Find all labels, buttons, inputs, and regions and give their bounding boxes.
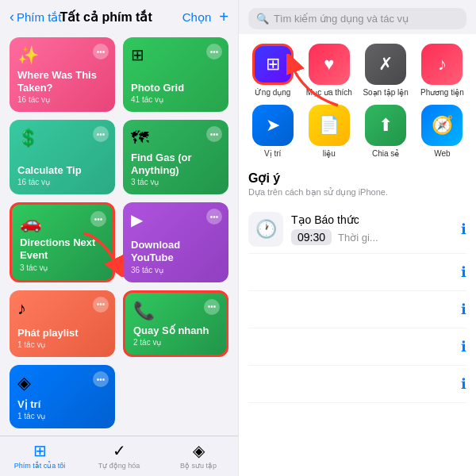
card-more-icon[interactable]: ••• (93, 44, 109, 60)
card-title: Phát playlist (17, 327, 107, 340)
left-panel: ‹ Phím tắt Tất cả phím tắt Chọn + ••• ✨ … (0, 0, 238, 476)
card-subtitle: 41 tác vụ (131, 95, 221, 104)
shortcut-card-directions[interactable]: ••• 🚗 Directions Next Event 3 tác vụ (10, 202, 115, 282)
goi-y-title: Gợi ý (248, 171, 466, 186)
tab-bo-suu-tap-label: Bộ sưu tập (180, 462, 217, 470)
shortcuts-grid: ••• ✨ Where Was This Taken? 16 tác vụ ••… (0, 31, 238, 435)
tab-phim-tat-icon: ⊞ (33, 441, 47, 460)
page-title: Tất cả phím tắt (30, 10, 182, 25)
back-chevron-icon: ‹ (10, 9, 14, 25)
search-icon: 🔍 (256, 13, 269, 25)
card-subtitle: 3 tác vụ (131, 178, 221, 186)
card-more-icon[interactable]: ••• (204, 299, 220, 315)
app-item-vi-tri[interactable]: ➤ Vị trí (248, 105, 297, 158)
app-icon-vi-tri: ➤ (252, 105, 294, 146)
shortcut-card-where-was[interactable]: ••• ✨ Where Was This Taken? 16 tác vụ (10, 37, 115, 112)
card-title: Quay Số nhanh (133, 324, 218, 337)
info-button[interactable]: ℹ (461, 301, 466, 318)
card-subtitle: 16 tác vụ (17, 95, 107, 104)
suggestion-empty-4: ℹ (248, 366, 466, 403)
card-subtitle: 36 tác vụ (131, 266, 221, 274)
info-button[interactable]: ℹ (461, 338, 466, 355)
tab-bo-suu-tap[interactable]: ◈ Bộ sưu tập (159, 441, 238, 470)
app-icon-yeu-thich: ♥ (309, 44, 350, 85)
card-title: Directions Next Event (20, 236, 105, 261)
app-item-soan[interactable]: ✗ Soạn tập lện (362, 44, 410, 97)
info-button[interactable]: ℹ (461, 263, 466, 281)
suggestion-empty-1: ℹ (248, 254, 466, 291)
suggestion-sub: 09:30 Thời gi... (291, 229, 453, 245)
apps-grid: ⊞ Ứng dụng ♥ Mục ưa thích ✗ Soạn tập lện (248, 44, 466, 158)
search-bar[interactable]: 🔍 Tìm kiếm ứng dụng và tác vụ (248, 8, 466, 29)
chon-button[interactable]: Chọn (182, 10, 212, 25)
app-icon-soan: ✗ (365, 44, 406, 85)
card-more-icon[interactable]: ••• (206, 44, 222, 60)
shortcut-card-quay-so[interactable]: ••• 📞 Quay Số nhanh 2 tác vụ (123, 290, 228, 358)
app-label-ung-dung: Ứng dụng (255, 88, 291, 97)
suggestion-title: Tạo Báo thức (291, 213, 453, 226)
search-placeholder: Tìm kiếm ứng dụng và tác vụ (274, 13, 409, 25)
shortcut-card-download-youtube[interactable]: ••• ▶ Download YouTube 36 tác vụ (123, 202, 228, 282)
app-item-du-lieu[interactable]: 📄 liệu (305, 105, 353, 158)
add-button[interactable]: + (219, 8, 228, 26)
tab-bo-suu-tap-icon: ◈ (193, 441, 205, 460)
card-subtitle: 1 tác vụ (17, 340, 107, 349)
app-icon-du-lieu: 📄 (309, 105, 350, 146)
suggestion-tao-bao-thuc[interactable]: 🕐 Tạo Báo thức 09:30 Thời gi... ℹ (248, 205, 466, 254)
right-panel: 🔍 Tìm kiếm ứng dụng và tác vụ ⊞ Ứng dụng… (238, 0, 476, 476)
app-item-phuong-tien[interactable]: ♪ Phương tiện (418, 44, 466, 97)
right-content: ⊞ Ứng dụng ♥ Mục ưa thích ✗ Soạn tập lện (239, 34, 476, 476)
shortcut-card-calculate-tip[interactable]: ••• 💲 Calculate Tip 16 tác vụ (10, 120, 115, 194)
suggestion-empty-3: ℹ (248, 328, 466, 366)
app-label-soan: Soạn tập lện (363, 88, 408, 97)
tab-phim-tat[interactable]: ⊞ Phím tắt của tôi (0, 441, 79, 470)
card-subtitle: 3 tác vụ (20, 263, 105, 272)
app-label-chia-se: Chia sẻ (372, 149, 399, 158)
time-label: Thời gi... (338, 232, 378, 244)
tab-tu-dong-hoa-label: Tự động hóa (98, 462, 140, 470)
app-icon-phuong-tien: ♪ (421, 44, 463, 85)
card-subtitle: 1 tác vụ (17, 412, 107, 420)
card-title: Download YouTube (131, 239, 221, 263)
shortcut-card-photo-grid[interactable]: ••• ⊞ Photo Grid 41 tác vụ (123, 37, 228, 112)
card-title: Photo Grid (131, 82, 221, 94)
app-item-chia-se[interactable]: ⬆ Chia sẻ (362, 105, 410, 158)
suggestion-icon-clock: 🕐 (248, 212, 283, 247)
app-icon-web: 🧭 (421, 105, 463, 146)
shortcut-card-phat-playlist[interactable]: ••• ♪ Phát playlist 1 tác vụ (10, 290, 115, 358)
tab-tu-dong-hoa[interactable]: ✓ Tự động hóa (79, 441, 159, 470)
tab-tu-dong-hoa-icon: ✓ (113, 441, 126, 460)
card-title: Where Was This Taken? (17, 69, 107, 94)
goi-y-section: Gợi ý Dựa trên cách bạn sử dụng iPhone. … (248, 171, 466, 403)
suggestion-content: Tạo Báo thức 09:30 Thời gi... (291, 213, 453, 245)
card-subtitle: 16 tác vụ (17, 178, 107, 186)
app-item-web[interactable]: 🧭 Web (418, 105, 466, 158)
card-subtitle: 2 tác vụ (133, 338, 218, 347)
card-more-icon[interactable]: ••• (93, 297, 109, 313)
time-badge: 09:30 (291, 229, 332, 245)
app-label-web: Web (434, 149, 450, 158)
tab-phim-tat-label: Phím tắt của tôi (14, 462, 66, 470)
right-header: 🔍 Tìm kiếm ứng dụng và tác vụ (239, 0, 476, 34)
card-title: Find Gas (or Anything) (131, 152, 221, 176)
tab-bar: ⊞ Phím tắt của tôi ✓ Tự động hóa ◈ Bộ sư… (0, 436, 238, 476)
shortcut-card-find-gas[interactable]: ••• 🗺 Find Gas (or Anything) 3 tác vụ (123, 120, 228, 194)
app-label-phuong-tien: Phương tiện (420, 88, 464, 97)
app-item-yeu-thich[interactable]: ♥ Mục ưa thích (305, 44, 353, 97)
app-label-yeu-thich: Mục ưa thích (306, 88, 352, 97)
info-button[interactable]: ℹ (461, 221, 466, 238)
app-label-du-lieu: liệu (323, 149, 336, 158)
left-header: ‹ Phím tắt Tất cả phím tắt Chọn + (0, 0, 238, 31)
app-icon-ung-dung: ⊞ (252, 44, 294, 85)
card-title: Vị trí (17, 398, 107, 411)
goi-y-subtitle: Dựa trên cách bạn sử dụng iPhone. (248, 187, 466, 198)
header-actions: Chọn + (182, 8, 228, 26)
app-item-ung-dung[interactable]: ⊞ Ứng dụng (248, 44, 297, 97)
card-title: Calculate Tip (17, 164, 107, 177)
app-icon-chia-se: ⬆ (365, 105, 406, 146)
app-label-vi-tri: Vị trí (264, 149, 281, 158)
shortcuts-grid-wrapper: ••• ✨ Where Was This Taken? 16 tác vụ ••… (0, 31, 238, 436)
shortcut-card-vi-tri[interactable]: ••• ◈ Vị trí 1 tác vụ (10, 365, 115, 428)
info-button[interactable]: ℹ (461, 375, 466, 393)
suggestion-empty-2: ℹ (248, 291, 466, 328)
